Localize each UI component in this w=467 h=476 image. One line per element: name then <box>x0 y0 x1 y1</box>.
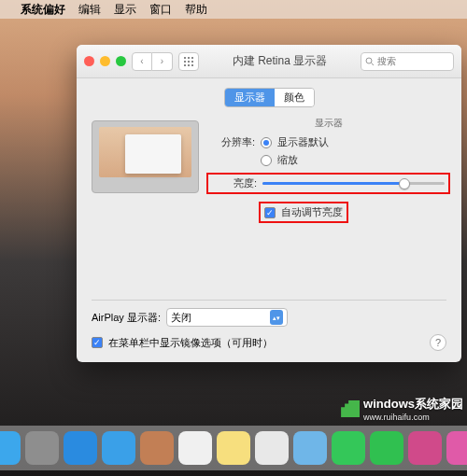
dock-app-safari[interactable] <box>64 431 97 465</box>
help-button[interactable]: ? <box>430 334 446 351</box>
menu-view[interactable]: 显示 <box>114 2 136 18</box>
svg-line-10 <box>372 63 375 65</box>
svg-point-9 <box>366 58 372 63</box>
resolution-label: 分辨率: <box>210 135 255 149</box>
svg-rect-0 <box>184 57 186 59</box>
search-icon <box>365 57 375 66</box>
resolution-scaled-text: 缩放 <box>277 153 298 167</box>
dock-app-notes[interactable] <box>217 431 250 465</box>
resolution-default-radio[interactable] <box>261 137 272 148</box>
show-all-button[interactable] <box>178 52 199 71</box>
svg-rect-8 <box>191 64 193 66</box>
airplay-label: AirPlay 显示器: <box>92 311 161 325</box>
menu-edit[interactable]: 编辑 <box>78 2 101 18</box>
dock-app-photo-booth[interactable] <box>408 431 442 465</box>
search-field[interactable] <box>361 52 454 71</box>
window-body: 显示器 颜色 显示器 分辨率: 显示器默认 缩放 <box>77 78 461 362</box>
watermark-logo-icon <box>341 400 360 417</box>
mirror-label: 在菜单栏中显示镜像选项（可用时） <box>108 336 273 350</box>
svg-rect-1 <box>188 57 190 59</box>
display-thumbnail <box>92 120 199 193</box>
search-input[interactable] <box>377 56 443 66</box>
forward-button[interactable]: › <box>152 52 173 71</box>
auto-brightness-checkbox[interactable]: ✓ <box>264 207 276 218</box>
traffic-lights <box>84 56 126 66</box>
dock-app-facetime[interactable] <box>370 431 403 465</box>
dock-app-reminders[interactable] <box>255 431 289 465</box>
zoom-button[interactable] <box>116 56 126 66</box>
dock <box>0 426 467 470</box>
dock-app-finder[interactable] <box>0 431 21 465</box>
svg-rect-2 <box>191 57 193 59</box>
svg-rect-4 <box>188 61 190 63</box>
watermark-url: www.ruihaifu.com <box>363 413 463 422</box>
brightness-slider[interactable] <box>262 177 445 190</box>
dock-app-mail[interactable] <box>102 431 135 465</box>
back-button[interactable]: ‹ <box>132 52 152 71</box>
titlebar: ‹ › 内建 Retina 显示器 <box>77 45 461 78</box>
minimize-button[interactable] <box>100 56 110 66</box>
close-button[interactable] <box>84 56 94 66</box>
tab-color[interactable]: 颜色 <box>275 89 314 106</box>
watermark-brand: windows <box>363 397 415 411</box>
watermark-sub: 系统家园 <box>415 397 463 411</box>
grid-icon <box>184 57 193 66</box>
preferences-window: ‹ › 内建 Retina 显示器 显示器 颜色 显示器 分辨率: <box>77 45 461 362</box>
dock-app-messages[interactable] <box>332 431 365 465</box>
auto-brightness-row-highlight: ✓ 自动调节亮度 <box>259 202 348 223</box>
settings-header: 显示器 <box>210 117 446 130</box>
window-title: 内建 Retina 显示器 <box>205 53 355 69</box>
airplay-select[interactable]: 关闭 ▴▾ <box>166 308 288 327</box>
watermark: windows系统家园 www.ruihaifu.com <box>341 396 463 422</box>
brightness-label: 亮度: <box>212 176 257 190</box>
menu-app[interactable]: 系统偏好 <box>21 2 65 18</box>
select-arrows-icon: ▴▾ <box>270 310 283 325</box>
tab-display[interactable]: 显示器 <box>225 89 275 106</box>
menu-window[interactable]: 窗口 <box>149 2 172 18</box>
dock-app-contacts[interactable] <box>140 431 174 465</box>
svg-rect-6 <box>184 64 186 66</box>
mirror-checkbox[interactable]: ✓ <box>92 337 103 348</box>
dock-app-itunes[interactable] <box>446 431 467 465</box>
dock-app-launchpad[interactable] <box>25 431 59 465</box>
svg-rect-7 <box>188 64 190 66</box>
menubar: 系统偏好 编辑 显示 窗口 帮助 <box>0 0 467 19</box>
resolution-scaled-radio[interactable] <box>261 155 272 166</box>
auto-brightness-label: 自动调节亮度 <box>281 205 343 219</box>
menu-help[interactable]: 帮助 <box>185 2 207 18</box>
resolution-default-text: 显示器默认 <box>277 135 329 149</box>
brightness-row-highlight: 亮度: <box>206 173 450 194</box>
nav-buttons: ‹ › <box>132 52 173 71</box>
dock-app-maps[interactable] <box>293 431 327 465</box>
svg-rect-5 <box>191 61 193 63</box>
airplay-value: 关闭 <box>171 311 191 325</box>
svg-rect-3 <box>184 61 186 63</box>
tab-bar: 显示器 颜色 <box>92 88 446 107</box>
dock-app-calendar[interactable] <box>178 431 212 465</box>
